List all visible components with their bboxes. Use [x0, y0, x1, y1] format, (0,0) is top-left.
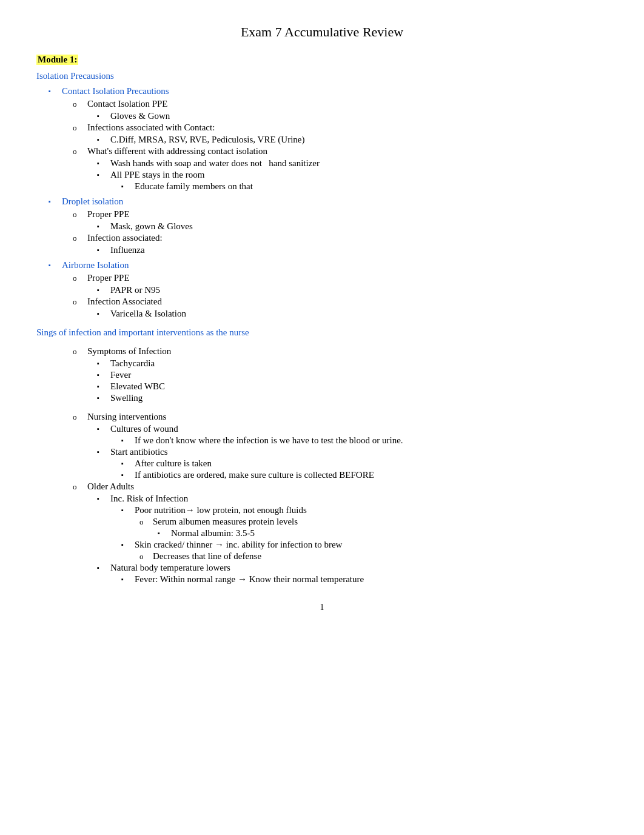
contact-infections-list: ▪ C.Diff, MRSA, RSV, RVE, Pediculosis, V… — [97, 135, 608, 145]
airborne-infection-list: ▪ Varicella & Isolation — [97, 309, 608, 319]
lo-bullet-symptoms: o — [73, 347, 87, 357]
cultures-wound-text: Cultures of wound — [110, 424, 608, 434]
droplet-isolation-heading: Droplet isolation — [62, 196, 608, 207]
l5-bullet-albumin: ▪ — [158, 529, 171, 537]
airborne-isolation-item: ▪ Airborne Isolation — [49, 260, 608, 270]
l2-bullet-droplet: ▪ — [97, 223, 110, 230]
airborne-ppe-item: o Proper PPE — [73, 273, 608, 283]
contact-ppe-gloves: ▪ Gloves & Gown — [97, 111, 608, 121]
contact-infections-label: Infections associated with Contact: — [87, 122, 608, 133]
older-adults-item: o Older Adults — [73, 481, 608, 492]
l4-bullet-serum: o — [139, 517, 153, 527]
airborne-infection-label: Infection Associated — [87, 297, 608, 307]
inc-risk-label: Inc. Risk of Infection — [110, 494, 608, 504]
l2-bullet: ▪ — [97, 112, 110, 119]
antibiotics-before-text: If antibiotics are ordered, make sure cu… — [135, 470, 608, 480]
airborne-infection-text: Varicella & Isolation — [110, 309, 608, 319]
l2-bullet-3: ▪ — [97, 159, 110, 167]
droplet-ppe-label: Proper PPE — [87, 209, 608, 220]
skin-item: ▪ Skin cracked/ thinner → inc. ability f… — [121, 540, 608, 550]
cultures-wound: ▪ Cultures of wound — [97, 424, 608, 434]
fever-text: Fever: Within normal range → Know their … — [135, 574, 608, 585]
cultures-note-text: If we don't know where the infection is … — [135, 435, 608, 446]
serum-item: o Serum albumen measures protein levels — [139, 517, 608, 527]
skin-sub-item: o Decreases that line of defense — [139, 551, 608, 562]
older-adults-label: Older Adults — [87, 481, 608, 492]
symptom-fever: ▪ Fever — [97, 370, 608, 380]
page-number: 1 — [36, 603, 608, 612]
nutrition-item: ▪ Poor nutrition→ low protein, not enoug… — [121, 505, 608, 515]
symptom-tachycardia: ▪ Tachycardia — [97, 358, 608, 369]
symptoms-item: o Symptoms of Infection — [73, 346, 608, 357]
contact-diff-wash-text: Wash hands with soap and water does not … — [110, 158, 608, 169]
contact-diff-wash: ▪ Wash hands with soap and water does no… — [97, 158, 608, 169]
l2-bullet-antibiotics: ▪ — [97, 448, 110, 455]
fever-item: ▪ Fever: Within normal range → Know thei… — [121, 574, 608, 585]
symptom-wbc: ▪ Elevated WBC — [97, 381, 608, 392]
page-title: Exam 7 Accumulative Review — [36, 24, 608, 40]
symptom-tachycardia-text: Tachycardia — [110, 358, 608, 369]
nutrition-text: Poor nutrition→ low protein, not enough … — [135, 505, 608, 515]
l1-bullet: ▪ — [49, 87, 62, 95]
contact-ppe-item: o Contact Isolation PPE — [73, 99, 608, 109]
l3-bullet-antibiotics-2: ▪ — [121, 471, 135, 478]
droplet-infection-label: Infection associated: — [87, 233, 608, 243]
isolation-precausions-heading: Isolation Precausions — [36, 71, 608, 81]
contact-ppe-gloves-text: Gloves & Gown — [110, 111, 608, 121]
l1-bullet-droplet: ▪ — [49, 198, 62, 205]
airborne-isolation-heading: Airborne Isolation — [62, 260, 608, 270]
symptom-swelling-text: Swelling — [110, 393, 608, 403]
l2-bullet-symptom-2: ▪ — [97, 371, 110, 378]
l3-bullet-nutrition: ▪ — [121, 506, 135, 514]
airborne-ppe-items: ▪ PAPR or N95 — [97, 285, 608, 295]
l4-bullet-skin: o — [139, 552, 153, 562]
lo-bullet: o — [73, 99, 87, 109]
contact-isolation-heading: Contact Isolation Precautions — [62, 86, 608, 96]
contact-diff-item: o What's different with addressing conta… — [73, 146, 608, 156]
contact-infections-item: o Infections associated with Contact: — [73, 122, 608, 133]
airborne-ppe-text: PAPR or N95 — [110, 285, 608, 295]
skin-sub-text: Decreases that line of defense — [153, 551, 608, 562]
l2-bullet-symptom-1: ▪ — [97, 360, 110, 367]
symptoms-label: Symptoms of Infection — [87, 346, 608, 357]
antibiotics-after-text: After culture is taken — [135, 458, 608, 469]
temp-text: Natural body temperature lowers — [110, 563, 608, 573]
l2-bullet-4: ▪ — [97, 171, 110, 178]
airborne-infection-item: o Infection Associated — [73, 297, 608, 307]
signs-of-infection-heading: Sings of infection and important interve… — [36, 327, 608, 338]
lo-bullet-airborne: o — [73, 273, 87, 283]
l3-bullet: ▪ — [121, 183, 135, 190]
droplet-ppe-text: Mask, gown & Gloves — [110, 221, 608, 232]
droplet-infection-list: ▪ Influenza — [97, 245, 608, 255]
antibiotics-after: ▪ After culture is taken — [121, 458, 608, 469]
lo-bullet-nursing: o — [73, 412, 87, 422]
l2-bullet-2: ▪ — [97, 136, 110, 143]
lo-bullet-airborne-2: o — [73, 297, 87, 307]
symptom-wbc-text: Elevated WBC — [110, 381, 608, 392]
droplet-infection-text: Influenza — [110, 245, 608, 255]
cultures-note: ▪ If we don't know where the infection i… — [121, 435, 608, 446]
lo-bullet-older: o — [73, 482, 87, 492]
contact-educate-text: Educate family members on that — [135, 181, 608, 192]
l2-bullet-symptom-3: ▪ — [97, 383, 110, 390]
lo-bullet-droplet: o — [73, 210, 87, 220]
l2-bullet-symptom-4: ▪ — [97, 394, 110, 401]
l2-bullet-temp: ▪ — [97, 564, 110, 571]
contact-isolation-item: ▪ Contact Isolation Precautions — [49, 86, 608, 96]
temp-item: ▪ Natural body temperature lowers — [97, 563, 608, 573]
nursing-interventions-label: Nursing interventions — [87, 412, 608, 422]
l3-bullet-fever: ▪ — [121, 575, 135, 583]
droplet-isolation-item: ▪ Droplet isolation — [49, 196, 608, 207]
antibiotics-before: ▪ If antibiotics are ordered, make sure … — [121, 470, 608, 480]
l3-bullet-skin: ▪ — [121, 541, 135, 548]
contact-infections-text: C.Diff, MRSA, RSV, RVE, Pediculosis, VRE… — [110, 135, 608, 145]
l2-bullet-airborne: ▪ — [97, 286, 110, 293]
lo-bullet-3: o — [73, 147, 87, 156]
l1-bullet-airborne: ▪ — [49, 261, 62, 269]
albumin-text: Normal albumin: 3.5-5 — [171, 528, 608, 538]
antibiotics-label: Start antibiotics — [110, 447, 608, 457]
droplet-ppe-items: ▪ Mask, gown & Gloves — [97, 221, 608, 232]
contact-diff-label: What's different with addressing contact… — [87, 146, 608, 156]
antibiotics-item: ▪ Start antibiotics — [97, 447, 608, 457]
module-label: Module 1: — [36, 55, 78, 65]
